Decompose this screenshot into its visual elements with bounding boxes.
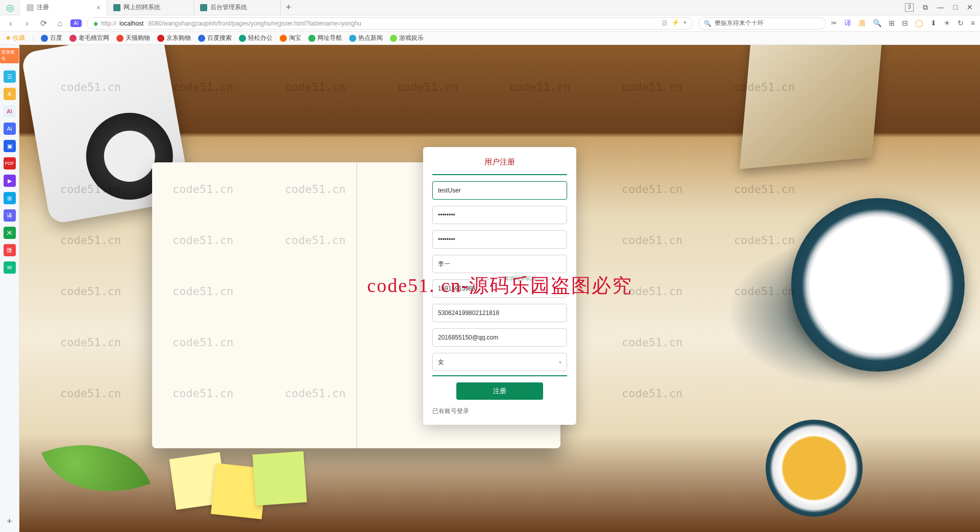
profile-icon[interactable]: ◯ bbox=[915, 19, 923, 28]
new-tab-button[interactable]: + bbox=[281, 2, 297, 13]
back-button[interactable]: ‹ bbox=[5, 19, 16, 28]
baidu-icon bbox=[198, 35, 205, 42]
forward-button[interactable]: › bbox=[21, 19, 33, 28]
dock-item[interactable]: ▣ bbox=[4, 140, 16, 152]
dock-item[interactable]: 译 bbox=[4, 209, 16, 222]
translate-icon[interactable]: 器 bbox=[662, 19, 668, 28]
office-icon bbox=[239, 35, 246, 42]
address-bar: ‹ › ⟳ ⌂ AI ◆ http://localhost:8080/wangs… bbox=[0, 15, 980, 32]
apps-icon[interactable]: ⊟ bbox=[902, 19, 908, 28]
bookmark-item[interactable]: 游戏娱乐 bbox=[390, 34, 424, 42]
ai-icon[interactable]: AI bbox=[70, 19, 82, 27]
extension-icon[interactable]: ⊞ bbox=[889, 19, 895, 28]
favorites-button[interactable]: ★ 收藏 bbox=[5, 34, 25, 42]
secure-icon: ◆ bbox=[93, 20, 98, 27]
decorative-books bbox=[740, 45, 884, 169]
page-content: code51.cn code51.cn code51.cn code51.cn … bbox=[19, 45, 980, 532]
vue-icon bbox=[113, 4, 120, 11]
dock-item[interactable]: ☰ bbox=[4, 70, 16, 83]
watermark: code51.cn bbox=[622, 336, 682, 349]
dock-item[interactable]: 微 bbox=[4, 244, 16, 256]
search-icon: 🔍 bbox=[704, 20, 712, 27]
watermark: code51.cn bbox=[622, 81, 682, 93]
lm-icon bbox=[69, 35, 77, 42]
jd-icon bbox=[157, 35, 164, 42]
dropdown-icon[interactable]: ▾ bbox=[683, 19, 687, 28]
dock-item[interactable]: Ai bbox=[4, 123, 16, 135]
tab-count-badge[interactable]: 3 bbox=[905, 3, 913, 12]
window-pin-icon[interactable]: ⧉ bbox=[923, 3, 928, 12]
watermark: code51.cn bbox=[622, 234, 682, 247]
bookmark-item[interactable]: 京东购物 bbox=[157, 34, 191, 42]
shield-icon[interactable]: 盾 bbox=[859, 19, 866, 28]
dock-item[interactable]: ⊞ bbox=[4, 192, 16, 204]
watermark: code51.cn bbox=[734, 183, 795, 196]
tab-admin[interactable]: 后台管理系统 bbox=[194, 0, 281, 15]
tab-title: 后台管理系统 bbox=[210, 3, 247, 12]
register-button[interactable]: 注册 bbox=[456, 382, 543, 400]
dock-item[interactable]: A bbox=[4, 88, 16, 100]
bookmark-item[interactable]: 淘宝 bbox=[280, 34, 301, 42]
register-card: 用户注册 女 注册 已有账号登录 bbox=[423, 147, 576, 425]
close-window-button[interactable]: ✕ bbox=[967, 3, 973, 12]
confirm-password-input[interactable] bbox=[432, 230, 567, 249]
baidu-icon bbox=[41, 35, 48, 42]
bookmark-item[interactable]: 网址导航 bbox=[308, 34, 342, 42]
decorative-leaf bbox=[41, 421, 151, 515]
dock-item[interactable]: AI bbox=[4, 105, 16, 117]
game-icon bbox=[390, 35, 397, 42]
maximize-button[interactable]: □ bbox=[953, 3, 958, 12]
translate-tool-icon[interactable]: 译 bbox=[844, 19, 851, 28]
decorative-cup bbox=[766, 420, 863, 517]
dock-item[interactable]: ▶ bbox=[4, 175, 16, 187]
login-link[interactable]: 已有账号登录 bbox=[432, 407, 469, 415]
idcard-input[interactable] bbox=[432, 304, 567, 322]
menu-icon[interactable]: ≡ bbox=[971, 19, 975, 28]
search-input[interactable]: 🔍 樊振东得来个十环 bbox=[698, 17, 826, 30]
bookmark-item[interactable]: 百度 bbox=[41, 34, 62, 42]
history-icon[interactable]: ↻ bbox=[958, 19, 964, 28]
dock-add-button[interactable]: + bbox=[7, 516, 12, 527]
bookmark-item[interactable]: 百度搜索 bbox=[198, 34, 232, 42]
phone-input[interactable] bbox=[432, 279, 567, 298]
realname-input[interactable] bbox=[432, 255, 567, 273]
minimize-button[interactable]: — bbox=[937, 3, 944, 12]
zoom-icon[interactable]: 🔍 bbox=[873, 19, 881, 28]
tab-bar: ◎ 注册 × 网上招聘系统 后台管理系统 + 3 ⧉ — □ ✕ bbox=[0, 0, 980, 15]
close-icon[interactable]: × bbox=[96, 4, 101, 12]
download-icon[interactable]: ⬇ bbox=[930, 19, 937, 28]
username-input[interactable] bbox=[432, 181, 567, 200]
bookmark-item[interactable]: 老毛桃官网 bbox=[69, 34, 109, 42]
bookmark-item[interactable]: 热点新闻 bbox=[349, 34, 383, 42]
watermark: code51.cn bbox=[509, 81, 570, 93]
home-button[interactable]: ⌂ bbox=[54, 19, 65, 28]
tab-register[interactable]: 注册 × bbox=[20, 0, 107, 15]
watermark: code51.cn bbox=[60, 336, 121, 349]
dock-item[interactable]: Ж bbox=[4, 227, 16, 239]
search-placeholder: 樊振东得来个十环 bbox=[715, 19, 764, 28]
watermark: code51.cn bbox=[173, 81, 233, 93]
url-input[interactable]: ◆ http://localhost:8080/wangshangzaopinh… bbox=[87, 17, 693, 30]
decorative-sticky bbox=[253, 451, 307, 506]
flash-icon[interactable]: ⚡ bbox=[672, 19, 679, 28]
watermark: code51.cn bbox=[622, 183, 682, 196]
vue-icon bbox=[200, 4, 207, 11]
bookmark-item[interactable]: 轻松办公 bbox=[239, 34, 273, 42]
tab-recruit[interactable]: 网上招聘系统 bbox=[107, 0, 194, 15]
scissors-icon[interactable]: ✂ bbox=[831, 19, 837, 28]
taobao-icon bbox=[280, 35, 287, 42]
gender-select[interactable]: 女 bbox=[432, 353, 567, 371]
reload-button[interactable]: ⟳ bbox=[38, 18, 49, 28]
sidebar-dock: 登录账号 ☰ A AI Ai ▣ PDF ▶ ⊞ 译 Ж 微 ✉ + bbox=[0, 45, 19, 532]
email-input[interactable] bbox=[432, 328, 567, 347]
password-input[interactable] bbox=[432, 206, 567, 224]
watermark: code51.cn bbox=[60, 234, 121, 247]
dock-item[interactable]: PDF bbox=[4, 157, 16, 170]
watermark: code51.cn bbox=[397, 81, 458, 93]
bookmark-item[interactable]: 天猫购物 bbox=[116, 34, 150, 42]
dock-item[interactable]: ✉ bbox=[4, 261, 16, 274]
watermark: code51.cn bbox=[60, 285, 121, 298]
theme-icon[interactable]: ☀ bbox=[944, 19, 950, 28]
login-tag[interactable]: 登录账号 bbox=[0, 48, 19, 63]
tmall-icon bbox=[116, 35, 124, 42]
